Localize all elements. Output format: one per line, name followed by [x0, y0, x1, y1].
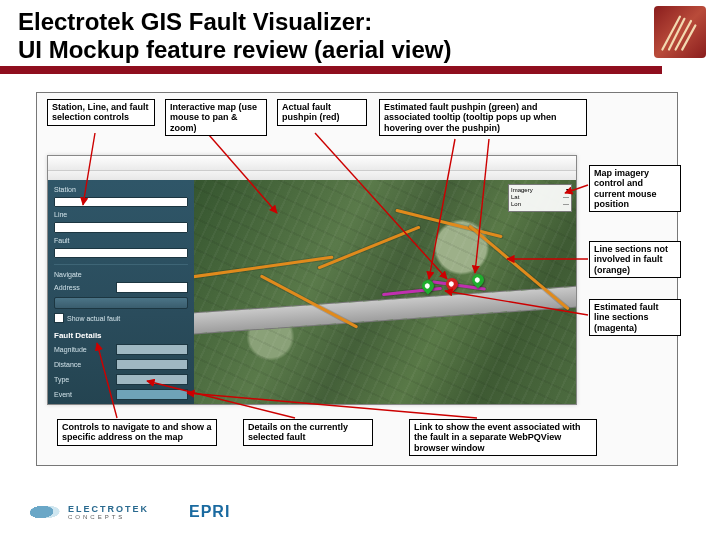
- line-section-orange: [395, 209, 502, 239]
- detail-value: [116, 359, 188, 370]
- map-view[interactable]: Imagery▾ Lat— Lon—: [194, 180, 576, 404]
- address-input[interactable]: [116, 282, 188, 293]
- detail-row: Distance: [54, 359, 188, 370]
- show-fault-label: Show actual fault: [67, 315, 120, 322]
- app-sidebar: Station Line Fault Navigate Address Show…: [48, 180, 194, 404]
- callout-estimated-pushpin: Estimated fault pushpin (green) and asso…: [379, 99, 587, 136]
- epri-logo: EPRI: [189, 503, 230, 521]
- line-select[interactable]: [54, 222, 188, 232]
- electrotek-sub: CONCEPTS: [68, 514, 149, 520]
- title-line-2: UI Mockup feature review (aerial view): [18, 36, 452, 63]
- callout-navigate-controls: Controls to navigate to and show a speci…: [57, 419, 217, 446]
- detail-row: Type: [54, 374, 188, 385]
- line-label: Line: [54, 211, 188, 218]
- detail-label: Event: [54, 391, 112, 398]
- callout-map-imagery: Map imagery control and current mouse po…: [589, 165, 681, 212]
- address-label: Address: [54, 284, 112, 291]
- app-frame: Station Line Fault Navigate Address Show…: [48, 180, 576, 404]
- pushpin-actual-red[interactable]: [444, 276, 461, 293]
- callout-fault-details: Details on the currently selected fault: [243, 419, 373, 446]
- callout-actual-pushpin: Actual fault pushpin (red): [277, 99, 367, 126]
- electrotek-name: ELECTROTEK: [68, 505, 149, 514]
- browser-window: Station Line Fault Navigate Address Show…: [47, 155, 577, 405]
- station-select[interactable]: [54, 197, 188, 207]
- navigate-label: Navigate: [54, 271, 188, 278]
- road: [194, 281, 576, 334]
- footer: ELECTROTEK CONCEPTS EPRI: [0, 484, 720, 540]
- callout-magenta-sections: Estimated fault line sections (magenta): [589, 299, 681, 336]
- checkbox-icon: [54, 313, 64, 323]
- callout-station-controls: Station, Line, and fault selection contr…: [47, 99, 155, 126]
- line-section-orange: [317, 226, 420, 270]
- map-imagery-control[interactable]: Imagery▾ Lat— Lon—: [508, 184, 572, 212]
- fault-details-title: Fault Details: [54, 331, 188, 340]
- detail-row: Magnitude: [54, 344, 188, 355]
- fault-select[interactable]: [54, 248, 188, 258]
- diagram-stage: Station, Line, and fault selection contr…: [36, 92, 678, 466]
- detail-label: Type: [54, 376, 112, 383]
- callout-interactive-map: Interactive map (use mouse to pan & zoom…: [165, 99, 267, 136]
- detail-value: [116, 374, 188, 385]
- detail-label: Distance: [54, 361, 112, 368]
- lat-label: Lat: [511, 194, 519, 201]
- lon-label: Lon: [511, 201, 521, 208]
- divider-bar: [0, 66, 662, 74]
- electrotek-swirl-icon: [26, 501, 64, 523]
- electrotek-logo: ELECTROTEK CONCEPTS: [28, 501, 149, 523]
- go-button[interactable]: [54, 297, 188, 309]
- slide-title: Electrotek GIS Fault Visualizer: UI Mock…: [18, 8, 650, 63]
- show-fault-checkbox[interactable]: Show actual fault: [54, 313, 188, 323]
- imagery-label: Imagery: [511, 187, 533, 194]
- callout-orange-sections: Line sections not involved in fault (ora…: [589, 241, 681, 278]
- title-line-1: Electrotek GIS Fault Visualizer:: [18, 8, 372, 35]
- detail-label: Magnitude: [54, 346, 112, 353]
- callout-webpqview-link: Link to show the event associated with t…: [409, 419, 597, 456]
- station-label: Station: [54, 186, 188, 193]
- detail-row: Event: [54, 389, 188, 400]
- fault-label: Fault: [54, 237, 188, 244]
- divider: [54, 264, 188, 265]
- event-link[interactable]: [116, 389, 188, 400]
- detail-value: [116, 344, 188, 355]
- decorative-logo: [654, 6, 706, 58]
- browser-titlebar: [48, 156, 576, 171]
